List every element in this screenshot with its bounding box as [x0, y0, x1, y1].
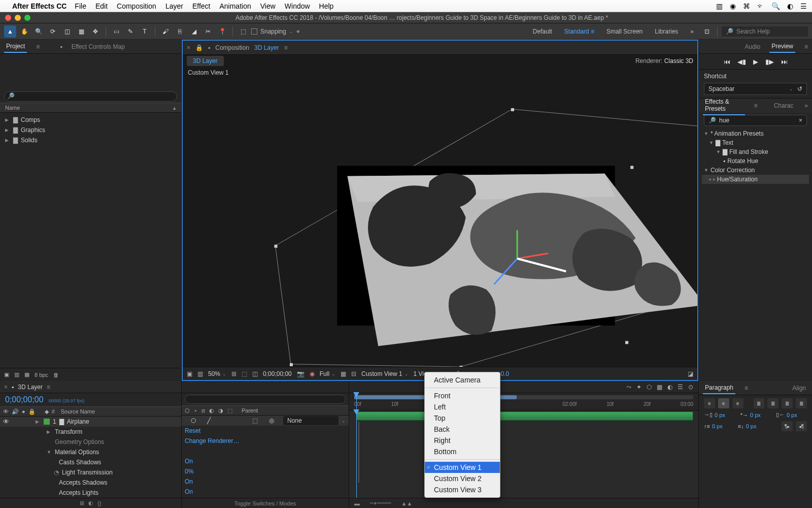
resolution-icon[interactable]: ⊞ — [231, 370, 236, 377]
col-lock-icon[interactable]: 🔒 — [28, 408, 36, 415]
color-mgmt-icon[interactable]: ◉ — [310, 370, 315, 377]
window-minimize-icon[interactable] — [15, 15, 21, 21]
prop-accepts-lights[interactable]: Accepts Lights — [0, 488, 181, 498]
indent-right[interactable]: ▯← 0 px — [776, 411, 797, 418]
justify-right-icon[interactable]: ≣ — [782, 398, 793, 408]
align-center-icon[interactable]: ≡ — [718, 398, 729, 408]
indent-left[interactable]: →▯ 0 px — [704, 411, 725, 418]
visibility-icon[interactable]: 👁 — [3, 418, 9, 425]
interpret-footage-icon[interactable]: ▣ — [4, 371, 9, 378]
prev-frame-icon[interactable]: ◀▮ — [737, 58, 746, 66]
align-left-icon[interactable]: ≡ — [704, 398, 715, 408]
pen-tool[interactable]: ✎ — [124, 25, 137, 38]
timeline-tab[interactable]: 3D Layer — [18, 384, 43, 391]
tab-align[interactable]: Align — [790, 383, 808, 394]
tree-rotate-hue[interactable]: ▪ Rotate Hue — [702, 156, 809, 166]
trash-icon[interactable]: 🗑 — [53, 372, 59, 378]
graph-icon[interactable]: ☰ — [678, 384, 683, 391]
switch-shy-icon[interactable]: ⬡ — [185, 407, 190, 414]
zoom-dropdown[interactable]: 50% ⌄ — [208, 370, 226, 377]
stopwatch-icon[interactable]: ◔ — [54, 469, 59, 476]
snap-magnet-icon[interactable]: ⌖ — [296, 28, 300, 35]
roto-tool[interactable]: ✂ — [202, 25, 214, 38]
justify-left-icon[interactable]: ≣ — [754, 398, 765, 408]
clone-tool[interactable]: ⎘ — [174, 25, 186, 38]
direction-rtl-icon[interactable]: ◂¶ — [796, 421, 807, 431]
view-option-custom1[interactable]: Custom View 1 — [425, 462, 500, 473]
prop-casts-shadows[interactable]: Casts Shadows — [0, 457, 181, 467]
preview-timecode[interactable]: 0;00;00;00 — [263, 370, 292, 377]
new-comp-icon[interactable]: ▥ — [14, 371, 19, 378]
selection-tool[interactable]: ▲ — [4, 25, 16, 38]
status-film-icon[interactable]: ▥ — [716, 2, 723, 10]
zoom-slider[interactable]: ━●━━━━ — [370, 500, 391, 506]
folder-graphics[interactable]: ▶▇Graphics — [3, 125, 178, 135]
col-label-icon[interactable]: ◆ — [45, 408, 49, 415]
view-option-right[interactable]: Right — [425, 435, 500, 446]
tab-effect-controls[interactable]: Effect Controls Map — [70, 41, 127, 52]
tree-animation-presets[interactable]: ▼* Animation Presets — [702, 129, 809, 138]
view-option-active-camera[interactable]: Active Camera — [425, 374, 500, 386]
close-timeline-tab-icon[interactable]: × — [4, 384, 8, 391]
comp-panel-link[interactable]: 3D Layer — [254, 44, 279, 51]
camera-tool[interactable]: ▦ — [75, 25, 87, 38]
maximize-icon[interactable]: ◪ — [688, 370, 693, 377]
layer-row[interactable]: 👁 ▶ 1 ▇ Airplane — [0, 417, 181, 427]
workspace-overflow[interactable]: » — [685, 26, 699, 37]
brush-tool[interactable]: 🖌 — [159, 25, 172, 38]
playhead[interactable] — [356, 393, 357, 410]
local-axis-tool[interactable]: ⬚ — [237, 25, 249, 38]
folder-comps[interactable]: ▶▇Comps — [3, 115, 178, 125]
project-search-input[interactable] — [4, 91, 177, 102]
window-close-icon[interactable] — [5, 15, 11, 21]
grid-icon[interactable]: ▦ — [341, 370, 346, 377]
zoom-out-icon[interactable]: ▬ — [354, 500, 360, 506]
prop-light-transmission[interactable]: ◔Light Transmission — [0, 467, 181, 478]
renderer-dropdown[interactable]: Classic 3D — [664, 57, 693, 65]
workspace-standard[interactable]: Standard ≡ — [559, 26, 599, 37]
comp-breadcrumb[interactable]: 3D Layer — [187, 56, 224, 66]
parent-pickwhip-icon[interactable]: ◎ — [269, 417, 274, 424]
parent-dropdown[interactable]: None — [283, 416, 339, 425]
prop-accepts-shadows[interactable]: Accepts Shadows — [0, 478, 181, 488]
region-icon[interactable]: ⬚ — [242, 370, 247, 377]
space-before[interactable]: ↑≡ 0 px — [704, 423, 723, 429]
folder-solids[interactable]: ▶▇Solids — [3, 135, 178, 145]
layer-bar[interactable] — [356, 411, 693, 421]
status-spotlight-icon[interactable]: 🔍 — [771, 2, 780, 10]
motion-blur-icon[interactable]: ◐ — [88, 500, 93, 506]
new-folder-icon[interactable]: ▦ — [24, 371, 29, 378]
comp-mini-flowchart-icon[interactable]: ⤳ — [626, 384, 631, 391]
timeline-tracks[interactable] — [349, 410, 698, 498]
next-frame-icon[interactable]: ▮▶ — [765, 58, 774, 66]
timeline-ruler[interactable]: 00f10f20f xxx 02:00f10f20f03:00 — [349, 393, 698, 410]
frame-blend-icon[interactable]: ⊞ — [80, 500, 84, 506]
view-option-custom3[interactable]: Custom View 3 — [425, 484, 500, 495]
col-audio-icon[interactable]: 🔊 — [12, 408, 19, 415]
prop-transform[interactable]: ▶Transform — [0, 427, 181, 437]
last-frame-icon[interactable]: ⏭ — [781, 58, 788, 66]
window-traffic-lights[interactable] — [5, 15, 30, 21]
resolution-dropdown[interactable]: Full ⌄ — [320, 370, 335, 377]
draft3d-icon[interactable]: ✦ — [636, 384, 641, 391]
comp-lock-icon[interactable]: 🔒 — [195, 44, 203, 51]
snapshot-icon[interactable]: 📷 — [297, 370, 304, 377]
orbit-tool[interactable]: ⟳ — [47, 25, 59, 38]
switch-frameblend-icon[interactable]: ⧄ — [201, 407, 205, 414]
panel-menu-icon[interactable]: ≡ — [284, 44, 288, 51]
workspace-smallscreen[interactable]: Small Screen — [601, 26, 648, 37]
hand-tool[interactable]: ✋ — [18, 25, 30, 38]
status-siri-icon[interactable]: ◐ — [787, 2, 793, 10]
rect-tool[interactable]: ▭ — [110, 25, 122, 38]
zoom-tool[interactable]: 🔍 — [32, 25, 45, 38]
clear-search-icon[interactable]: × — [799, 117, 802, 124]
view-option-custom2[interactable]: Custom View 2 — [425, 473, 500, 484]
toggle-switches-modes[interactable]: Toggle Switches / Modes — [182, 498, 349, 508]
view-dropdown-trigger[interactable]: Custom View 1 ⌄ — [361, 370, 408, 377]
frameblend-enable-icon[interactable]: ▦ — [657, 384, 662, 391]
tab-paragraph[interactable]: Paragraph — [703, 382, 735, 394]
justify-center-icon[interactable]: ≣ — [767, 398, 779, 408]
prop-material[interactable]: ▼Material Options — [0, 447, 181, 457]
view-option-front[interactable]: Front — [425, 390, 500, 401]
help-search[interactable]: 🔎 Search Help — [722, 26, 808, 37]
